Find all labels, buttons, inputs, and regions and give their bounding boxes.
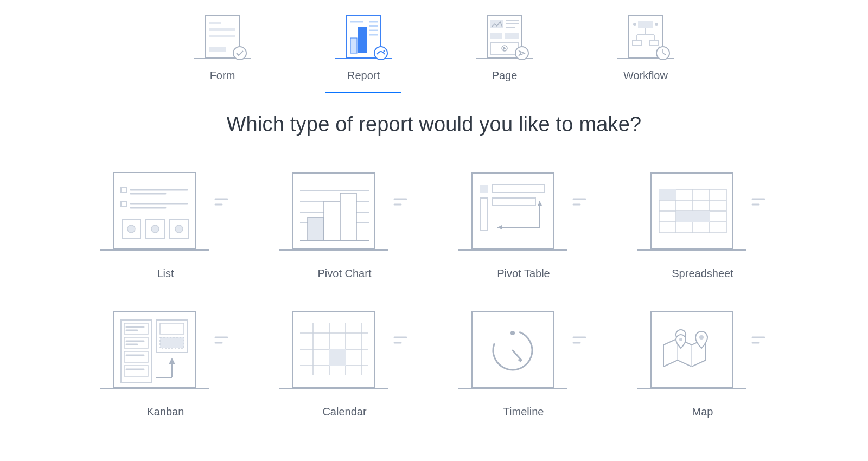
- svg-point-55: [175, 225, 183, 233]
- svg-rect-65: [324, 201, 340, 240]
- svg-rect-44: [121, 187, 126, 193]
- svg-rect-47: [121, 201, 126, 207]
- report-type-list[interactable]: List: [76, 163, 255, 280]
- report-type-map-label: Map: [692, 406, 713, 418]
- svg-rect-73: [492, 185, 544, 193]
- svg-point-53: [151, 225, 159, 233]
- report-type-grid: List Pivot Chart: [0, 163, 868, 418]
- svg-rect-31: [638, 21, 653, 28]
- report-type-pivot-table-label: Pivot Table: [497, 267, 550, 280]
- svg-rect-66: [340, 193, 356, 240]
- svg-point-28: [515, 47, 528, 60]
- report-type-calendar-label: Calendar: [322, 406, 366, 418]
- svg-rect-16: [358, 27, 367, 53]
- report-type-timeline[interactable]: Timeline: [434, 302, 613, 418]
- svg-point-125: [510, 331, 515, 335]
- svg-rect-92: [114, 311, 195, 387]
- svg-rect-24: [490, 33, 502, 39]
- tab-workflow-label: Workflow: [623, 69, 668, 82]
- calendar-icon: [274, 302, 415, 394]
- tab-page[interactable]: Page: [467, 11, 542, 93]
- report-type-pivot-chart-label: Pivot Chart: [318, 267, 372, 280]
- svg-rect-25: [505, 33, 519, 39]
- svg-rect-119: [329, 349, 346, 366]
- report-icon: [331, 11, 396, 60]
- report-type-pivot-table[interactable]: Pivot Table: [434, 163, 613, 280]
- svg-rect-94: [124, 323, 148, 334]
- svg-rect-72: [480, 185, 488, 193]
- svg-rect-75: [480, 198, 488, 230]
- tab-report[interactable]: Report: [326, 11, 401, 93]
- report-type-kanban-label: Kanban: [147, 406, 184, 418]
- tab-workflow[interactable]: Workflow: [608, 11, 684, 93]
- svg-rect-14: [350, 38, 357, 53]
- timeline-icon: [453, 302, 594, 394]
- svg-rect-5: [209, 47, 226, 52]
- form-icon: [190, 11, 255, 60]
- svg-rect-105: [160, 323, 184, 334]
- svg-point-32: [633, 23, 636, 26]
- svg-rect-106: [160, 337, 184, 348]
- spreadsheet-icon: [632, 163, 773, 255]
- report-type-list-label: List: [157, 267, 174, 280]
- svg-rect-97: [124, 337, 148, 348]
- tab-form[interactable]: Form: [184, 11, 260, 93]
- kanban-icon: [95, 302, 236, 394]
- map-icon: [632, 302, 773, 394]
- report-type-spreadsheet[interactable]: Spreadsheet: [613, 163, 792, 280]
- page-heading: Which type of report would you like to m…: [0, 113, 868, 136]
- svg-rect-39: [650, 40, 659, 46]
- svg-point-133: [699, 335, 704, 340]
- svg-point-33: [655, 23, 658, 26]
- report-type-kanban[interactable]: Kanban: [76, 302, 255, 418]
- page-icon: [472, 11, 537, 60]
- svg-rect-38: [633, 40, 641, 46]
- report-type-spreadsheet-label: Spreadsheet: [672, 267, 733, 280]
- pivot-table-icon: [453, 163, 594, 255]
- svg-rect-3: [209, 28, 235, 31]
- svg-rect-87: [659, 189, 676, 200]
- svg-point-132: [679, 338, 682, 341]
- svg-rect-2: [209, 22, 221, 24]
- svg-rect-123: [472, 311, 553, 387]
- top-tabs: Form Report: [0, 0, 868, 93]
- svg-rect-43: [114, 173, 195, 178]
- report-type-map[interactable]: Map: [613, 302, 792, 418]
- tab-report-label: Report: [347, 69, 380, 82]
- svg-point-17: [374, 47, 387, 60]
- tab-page-label: Page: [492, 69, 518, 82]
- pivot-chart-icon: [274, 163, 415, 255]
- svg-rect-74: [492, 198, 535, 206]
- svg-rect-100: [124, 351, 148, 362]
- tab-form-label: Form: [210, 69, 235, 82]
- list-icon: [95, 163, 236, 255]
- workflow-icon: [613, 11, 678, 60]
- report-type-calendar[interactable]: Calendar: [255, 302, 434, 418]
- svg-rect-88: [676, 211, 710, 222]
- svg-point-6: [233, 47, 246, 60]
- svg-rect-4: [209, 35, 235, 37]
- svg-point-51: [127, 225, 135, 233]
- svg-rect-64: [308, 217, 324, 240]
- report-type-timeline-label: Timeline: [503, 406, 544, 418]
- report-type-pivot-chart[interactable]: Pivot Chart: [255, 163, 434, 280]
- svg-rect-102: [124, 366, 148, 376]
